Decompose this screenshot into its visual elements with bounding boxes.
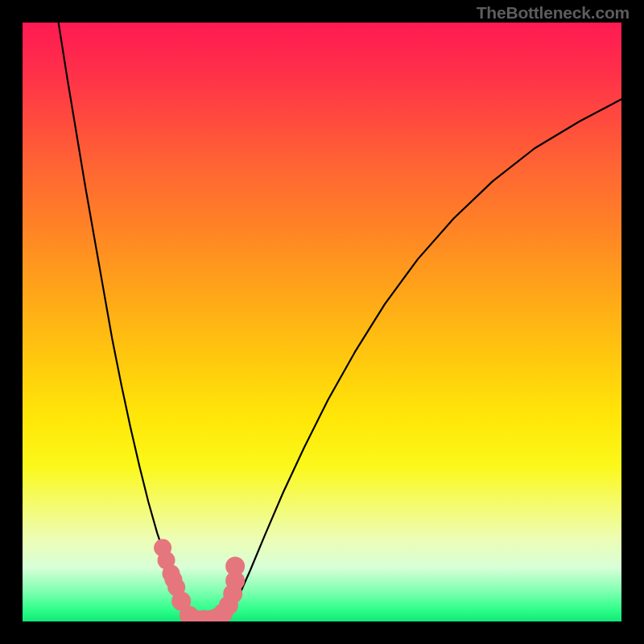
marker-pink-dots-left-15 <box>225 557 245 576</box>
watermark-text: TheBottleneck.com <box>477 3 630 23</box>
chart-svg <box>23 23 621 621</box>
plot-area <box>23 23 621 621</box>
series-left-branch <box>59 23 196 619</box>
series-right-branch <box>226 99 621 614</box>
